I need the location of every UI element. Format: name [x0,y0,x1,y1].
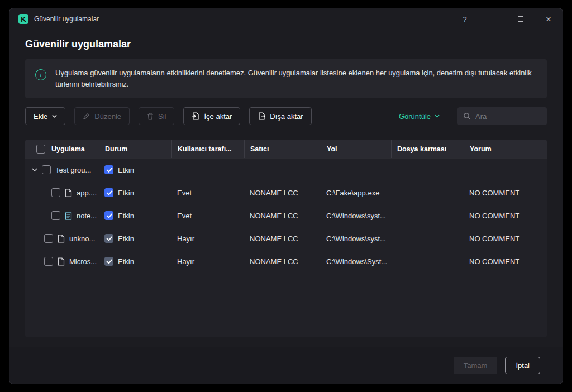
export-icon [258,112,265,120]
close-button[interactable]: ✕ [544,14,554,24]
vendor-cell: NONAME LCC [244,257,321,266]
table-empty-area [25,273,547,337]
add-button[interactable]: Ekle [25,107,65,125]
maximize-icon [518,16,523,22]
row-select-checkbox[interactable] [44,234,53,243]
path-cell: C:\Windows\syst... [321,212,391,220]
header-tail [540,140,547,158]
group-select-checkbox[interactable] [42,165,51,174]
file-icon [58,235,65,243]
toolbar: Ekle Düzenle Sil İçe aktar Dışa aktar Gö [25,107,547,125]
path-cell: C:\Windows\syst... [321,235,391,243]
import-button-label: İçe aktar [204,112,232,121]
ok-button[interactable]: Tamam [454,357,498,374]
user-cell: Evet [171,212,244,220]
status-checkbox[interactable] [104,257,113,266]
header-path: Yol [321,140,391,158]
select-all-checkbox[interactable] [36,145,45,154]
status-checkbox[interactable] [104,188,113,197]
minimize-button[interactable]: – [488,14,498,24]
header-status: Durum [99,140,171,158]
status-label: Etkin [118,257,134,266]
info-banner: i Uygulama güvenilir uygulamaların etkin… [25,59,547,98]
delete-button-label: Sil [158,112,166,121]
page-title: Güvenilir uygulamalar [25,39,547,50]
search-input[interactable] [475,112,541,121]
vendor-cell: NONAME LCC [244,189,321,197]
notepad-icon [65,212,72,220]
titlebar: K Güvenilir uygulamalar ? – ✕ [9,8,563,30]
add-button-label: Ekle [34,112,47,121]
export-button[interactable]: Dışa aktar [249,107,311,125]
header-app-label: Uygulama [51,145,85,153]
pencil-icon [83,113,90,120]
group-row[interactable]: Test grou... Etkin [25,158,547,181]
group-status-checkbox[interactable] [104,165,113,174]
applications-table: Uygulama Durum Kullanıcı tarafı... Satıc… [25,140,547,337]
app-name: app.... [77,189,97,197]
status-checkbox[interactable] [104,234,113,243]
status-label: Etkin [118,212,134,220]
status-label: Etkin [118,235,134,243]
app-window: K Güvenilir uygulamalar ? – ✕ Güvenilir … [9,8,563,384]
header-hash: Dosya karması [391,140,464,158]
status-checkbox[interactable] [104,211,113,220]
app-name: Micros... [69,257,97,266]
app-name: unkno... [69,235,95,243]
vendor-cell: NONAME LCC [244,235,321,243]
user-cell: Evet [171,189,244,197]
file-icon [65,189,72,197]
table-row[interactable]: app.... Etkin Evet NONAME LCC C:\Fake\ap… [25,181,547,204]
trash-icon [147,113,154,120]
chevron-down-icon [52,114,57,118]
file-icon [58,257,65,266]
help-button[interactable]: ? [460,14,470,24]
status-label: Etkin [118,189,134,197]
footer: Tamam İptal [9,347,563,384]
edit-button-label: Düzenle [94,112,121,121]
export-button-label: Dışa aktar [270,112,303,121]
table-header-row: Uygulama Durum Kullanıcı tarafı... Satıc… [25,140,547,158]
view-dropdown[interactable]: Görüntüle [399,112,440,121]
comment-cell: NO COMMENT [464,189,540,197]
import-icon [192,112,199,120]
delete-button[interactable]: Sil [139,107,174,125]
group-name: Test grou... [55,166,91,174]
maximize-button[interactable] [516,14,526,24]
path-cell: C:\Windows\Syst... [321,257,391,266]
header-vendor: Satıcı [244,140,321,158]
content-area: Güvenilir uygulamalar i Uygulama güvenil… [9,30,563,347]
info-icon: i [35,69,46,80]
header-app: Uygulama [25,140,99,158]
group-status-label: Etkin [118,166,134,174]
cancel-button[interactable]: İptal [505,357,540,374]
row-select-checkbox[interactable] [44,257,53,266]
window-title: Güvenilir uygulamalar [34,15,99,23]
vendor-cell: NONAME LCC [244,212,321,220]
row-select-checkbox[interactable] [51,188,60,197]
table-row[interactable]: unkno... Etkin Hayır NONAME LCC C:\Windo… [25,227,547,250]
header-user: Kullanıcı tarafı... [171,140,244,158]
search-box [457,107,547,125]
edit-button[interactable]: Düzenle [74,107,130,125]
info-text: Uygulama güvenilir uygulamaların etkinli… [55,68,536,90]
import-button[interactable]: İçe aktar [183,107,240,125]
comment-cell: NO COMMENT [464,212,540,220]
chevron-down-icon [435,114,440,118]
path-cell: C:\Fake\app.exe [321,189,391,197]
user-cell: Hayır [171,257,244,266]
table-row[interactable]: Micros... Etkin Hayır NONAME LCC C:\Wind… [25,250,547,273]
table-row[interactable]: note... Etkin Evet NONAME LCC C:\Windows… [25,204,547,227]
search-icon [463,112,471,120]
comment-cell: NO COMMENT [464,235,540,243]
collapse-chevron-icon[interactable] [32,168,37,171]
kaspersky-logo-icon: K [18,14,28,24]
view-dropdown-label: Görüntüle [399,112,431,121]
header-comment: Yorum [464,140,540,158]
app-name: note... [77,212,97,220]
user-cell: Hayır [171,235,244,243]
comment-cell: NO COMMENT [464,257,540,266]
row-select-checkbox[interactable] [51,211,60,220]
